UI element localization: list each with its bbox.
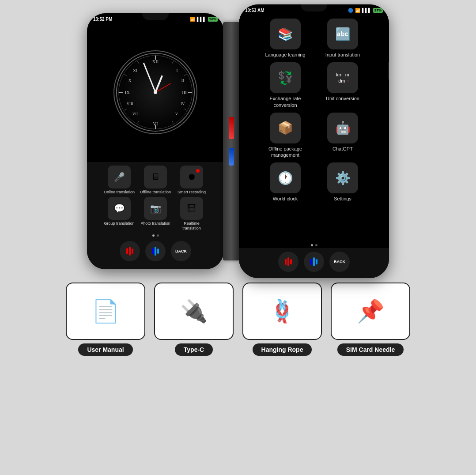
- svg-text:I: I: [176, 68, 178, 73]
- app-label-chatgpt: ChatGPT: [332, 146, 353, 152]
- back-button-left[interactable]: BACK: [171, 241, 191, 261]
- app-label-input: Input translation: [325, 52, 360, 58]
- accessory-box-sim: 📌: [331, 283, 410, 340]
- notch-right: [301, 4, 327, 11]
- svg-line-9: [172, 121, 174, 124]
- app-grid-left: 🎤 Online translation 🖥 Offline translati…: [87, 162, 224, 269]
- back-button-right[interactable]: BACK: [329, 252, 350, 272]
- right-side-button[interactable]: [389, 62, 389, 79]
- accessory-label-rope: Hanging Rope: [253, 343, 312, 356]
- offline-icon: 🖥: [151, 172, 160, 182]
- app-chatgpt[interactable]: 🤖 ChatGPT: [316, 113, 369, 158]
- red-mic-button[interactable]: [120, 241, 140, 261]
- bar-b2: [155, 247, 156, 256]
- svg-text:II: II: [181, 78, 184, 83]
- phone-left: 13:52 PM 📶 ▌▌▌ 96%: [87, 13, 224, 269]
- bar-r1: [126, 248, 128, 254]
- manual-icon: 📄: [92, 298, 119, 324]
- group-icon: 💬: [114, 203, 125, 214]
- sim-needle-icon: 📌: [357, 298, 384, 324]
- svg-line-8: [184, 109, 186, 110]
- right-app-row-4: 🕐 World clock ⚙️ Settings: [243, 162, 385, 202]
- svg-line-27: [144, 64, 155, 93]
- svg-text:III: III: [182, 90, 187, 95]
- photo-icon: 📷: [150, 203, 161, 214]
- signal-icon-right: ▌▌▌: [362, 8, 371, 13]
- signal-icon: ▌▌▌: [197, 17, 206, 22]
- svg-line-13: [137, 61, 139, 64]
- exchange-icon: 💱: [278, 71, 293, 85]
- svg-text:IV: IV: [181, 102, 185, 106]
- side-button-blue[interactable]: [229, 148, 234, 166]
- app-grid-right: 📚 Language learning 🔤 Input translation: [239, 14, 389, 242]
- chatgpt-icon: 🤖: [335, 121, 351, 135]
- app-language-learning[interactable]: 📚 Language learning: [259, 19, 312, 58]
- bar-r2: [129, 247, 131, 256]
- svg-text:V: V: [175, 112, 178, 116]
- app-icon-recording: ⏺: [180, 166, 203, 188]
- phone-buttons-left: BACK: [91, 238, 220, 268]
- accessory-box-rope: 🪢: [242, 283, 322, 340]
- app-realtime-translation[interactable]: 🎞 Realtime translation: [175, 197, 208, 231]
- app-input-translation[interactable]: 🔤 Input translation: [316, 19, 369, 58]
- app-group-translation[interactable]: 💬 Group translation: [102, 197, 136, 231]
- app-smart-recording[interactable]: ⏺ Smart recording: [175, 166, 208, 195]
- svg-line-6: [172, 61, 174, 64]
- lang-icon: 📚: [278, 27, 293, 41]
- right-app-row-3: 📦 Offline package management 🤖 ChatGPT: [243, 113, 385, 158]
- app-icon-online: 🎤: [108, 166, 131, 188]
- app-offline-package[interactable]: 📦 Offline package management: [259, 113, 312, 158]
- accessory-box-typec: 🔌: [154, 283, 234, 340]
- status-icons-left: 📶 ▌▌▌ 96%: [190, 17, 218, 22]
- app-online-translation[interactable]: 🎤 Online translation: [102, 166, 136, 195]
- clock-icon: 🕐: [278, 171, 293, 185]
- accessory-label-typec: Type-C: [175, 343, 213, 356]
- app-unit-conversion[interactable]: km m dm ≡ Unit conversion: [316, 62, 369, 108]
- rope-icon: 🪢: [268, 298, 296, 324]
- bar-b3: [157, 249, 159, 254]
- app-label-clock: World clock: [273, 196, 298, 202]
- app-photo-translation[interactable]: 📷 Photo translation: [139, 197, 172, 231]
- side-button-red[interactable]: [229, 117, 234, 139]
- app-settings[interactable]: ⚙️ Settings: [316, 162, 369, 202]
- accessories-section: 📄 User Manual 🔌 Type-C 🪢 Hanging Rope 📌 …: [0, 283, 476, 356]
- bluetooth-icon: 🔵: [348, 8, 353, 13]
- app-offline-translation[interactable]: 🖥 Offline translation: [139, 166, 172, 195]
- app-exchange-rate[interactable]: 💱 Exchange rate conversion: [259, 62, 312, 108]
- blue-mic-button[interactable]: [145, 241, 166, 261]
- app-label-offline: Offline translation: [140, 190, 171, 195]
- rec-dot-icon: [196, 169, 200, 173]
- phone-right: 10:53 AM 🔵 📶 ▌▌▌ 87% 📚 Language lear: [239, 4, 389, 278]
- right-app-row-1: 📚 Language learning 🔤 Input translation: [243, 19, 385, 58]
- dot-right-1: [311, 244, 313, 246]
- bars-blue-right: [310, 257, 317, 266]
- red-mic-button-right[interactable]: [278, 252, 298, 272]
- right-phone-screen: 10:53 AM 🔵 📶 ▌▌▌ 87% 📚 Language lear: [239, 4, 389, 278]
- wifi-icon-right: 📶: [355, 8, 360, 13]
- accessory-user-manual: 📄 User Manual: [66, 283, 145, 356]
- bar-rr1: [285, 259, 287, 265]
- svg-text:XII: XII: [152, 59, 159, 64]
- app-icon-group: 💬: [108, 197, 131, 220]
- app-label-settings: Settings: [334, 196, 351, 202]
- clock-face: XII III VI IX I II IV V XI X VIII VII: [113, 50, 197, 134]
- accessory-sim-needle: 📌 SIM Card Needle: [331, 283, 410, 356]
- realtime-icon: 🎞: [187, 204, 196, 214]
- wifi-icon: 📶: [190, 17, 195, 22]
- svg-line-10: [137, 121, 139, 124]
- app-label-online: Online translation: [104, 190, 135, 195]
- page-dots-left: [91, 234, 220, 238]
- settings-icon: ⚙️: [335, 171, 351, 185]
- svg-text:IX: IX: [125, 90, 130, 95]
- bars-blue: [152, 247, 159, 256]
- app-icon-offline: 🖥: [144, 166, 167, 188]
- app-icon-clock: 🕐: [270, 162, 301, 193]
- phones-section: 13:52 PM 📶 ▌▌▌ 96%: [0, 0, 476, 278]
- svg-point-29: [154, 90, 157, 94]
- app-label-photo: Photo translation: [140, 221, 170, 226]
- app-world-clock[interactable]: 🕐 World clock: [259, 162, 312, 202]
- blue-mic-button-right[interactable]: [304, 252, 324, 272]
- app-label-realtime: Realtime translation: [175, 221, 208, 231]
- typec-icon: 🔌: [180, 298, 208, 324]
- app-row-1: 🎤 Online translation 🖥 Offline translati…: [91, 166, 220, 195]
